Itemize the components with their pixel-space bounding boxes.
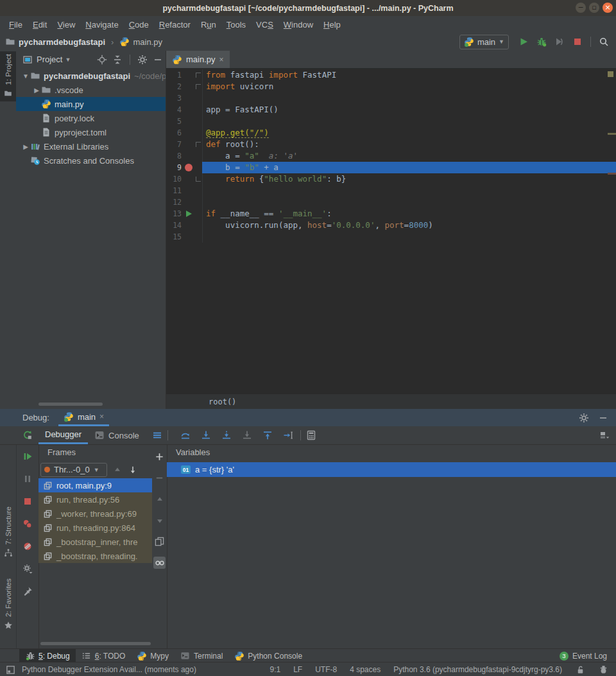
maximize-button[interactable]: ▫ bbox=[589, 3, 599, 13]
run-to-cursor-button[interactable] bbox=[281, 428, 295, 442]
project-horizontal-scrollbar[interactable] bbox=[38, 403, 103, 406]
toolwindow-button-5-debug[interactable]: 5: Debug bbox=[19, 649, 76, 663]
toolwindow-button-mypy[interactable]: Mypy bbox=[131, 649, 175, 663]
run-gutter[interactable] bbox=[183, 208, 194, 220]
frame-row[interactable]: _worker, thread.py:69 bbox=[38, 507, 152, 521]
menu-item-navigate[interactable]: Navigate bbox=[80, 20, 123, 30]
tree-expand-icon[interactable]: ▼ bbox=[21, 73, 30, 80]
previous-frame-icon[interactable] bbox=[112, 465, 123, 475]
file-encoding[interactable]: UTF-8 bbox=[315, 665, 337, 674]
step-over-button[interactable] bbox=[178, 428, 193, 442]
close-tab-icon[interactable]: × bbox=[219, 55, 224, 64]
frame-row[interactable]: _bootstrap, threading. bbox=[38, 549, 152, 563]
fold-end-icon[interactable] bbox=[196, 177, 201, 182]
menu-item-vcs[interactable]: VCS bbox=[251, 20, 278, 30]
debug-button[interactable] bbox=[535, 35, 549, 49]
locate-file-icon[interactable] bbox=[97, 55, 107, 65]
evaluate-expression-icon[interactable] bbox=[306, 430, 316, 440]
toolwindow-switcher-icon[interactable] bbox=[5, 664, 15, 675]
rerun-icon[interactable] bbox=[22, 430, 33, 440]
remove-watch-button[interactable] bbox=[153, 472, 166, 484]
variable-row[interactable]: 01a = {str} 'a' bbox=[167, 462, 616, 477]
resume-button[interactable] bbox=[21, 449, 35, 464]
tree-item-pyproject-toml[interactable]: pyproject.toml bbox=[16, 125, 166, 139]
chevron-down-icon[interactable]: ▼ bbox=[65, 56, 71, 63]
next-frame-icon[interactable] bbox=[128, 465, 138, 475]
breakpoint-icon[interactable] bbox=[185, 164, 193, 171]
close-session-icon[interactable]: × bbox=[99, 412, 104, 421]
editor-tab-main-py[interactable]: main.py × bbox=[166, 51, 230, 68]
menu-item-code[interactable]: Code bbox=[124, 20, 154, 30]
close-button[interactable]: × bbox=[603, 3, 613, 13]
fold-start-icon[interactable] bbox=[196, 84, 201, 89]
coverage-button[interactable] bbox=[552, 35, 567, 49]
layout-settings-icon[interactable] bbox=[599, 430, 610, 440]
tree-item-poetry-lock[interactable]: poetry.lock bbox=[16, 111, 166, 125]
breadcrumb-project[interactable]: pycharmdebugfastapi bbox=[19, 37, 105, 47]
stop-button[interactable] bbox=[570, 35, 585, 49]
move-watch-down-button[interactable] bbox=[153, 514, 166, 526]
view-breakpoints-button[interactable] bbox=[21, 517, 35, 531]
step-into-button[interactable] bbox=[199, 428, 213, 442]
toolwindow-button-terminal[interactable]: Terminal bbox=[175, 649, 228, 663]
menu-item-file[interactable]: File bbox=[4, 20, 28, 30]
threads-view-icon[interactable] bbox=[152, 430, 162, 440]
menu-item-window[interactable]: Window bbox=[278, 20, 318, 30]
editor-breadcrumb[interactable]: root() bbox=[166, 394, 616, 410]
gear-icon[interactable] bbox=[579, 413, 589, 423]
project-panel-title[interactable]: Project bbox=[37, 55, 62, 64]
frame-row[interactable]: _bootstrap_inner, thre bbox=[38, 535, 152, 549]
frames-horizontal-scrollbar[interactable] bbox=[40, 642, 151, 645]
indent-setting[interactable]: 4 spaces bbox=[350, 665, 381, 674]
fold-marker[interactable] bbox=[194, 139, 202, 150]
interpreter[interactable]: Python 3.6 (pycharmdebugfastapi-9cdjtyrg… bbox=[393, 665, 562, 674]
fold-start-icon[interactable] bbox=[196, 142, 201, 147]
highlighting-level-icon[interactable] bbox=[598, 664, 608, 675]
smart-step-into-button[interactable] bbox=[240, 428, 254, 442]
collapse-all-icon[interactable] bbox=[112, 55, 123, 65]
fold-marker[interactable] bbox=[194, 81, 202, 92]
hide-panel-icon[interactable] bbox=[598, 413, 608, 423]
pin-tab-button[interactable] bbox=[21, 584, 35, 598]
force-step-into-button[interactable] bbox=[219, 428, 234, 442]
menu-item-tools[interactable]: Tools bbox=[221, 20, 251, 30]
line-ending[interactable]: LF bbox=[293, 665, 302, 674]
search-everywhere-button[interactable] bbox=[597, 35, 611, 49]
tree-expand-icon[interactable]: ▶ bbox=[21, 143, 30, 150]
pause-button[interactable] bbox=[21, 472, 35, 486]
tree-item-scratches-and-consoles[interactable]: Scratches and Consoles bbox=[16, 153, 166, 168]
show-watches-button[interactable] bbox=[153, 557, 166, 569]
menu-item-run[interactable]: Run bbox=[196, 20, 221, 30]
event-log-button[interactable]: 3Event Log bbox=[560, 652, 616, 661]
sidebar-item-project[interactable]: 1: Project bbox=[0, 51, 16, 101]
hide-panel-icon[interactable] bbox=[153, 55, 163, 65]
code-area[interactable]: 1from fastapi import FastAPI2import uvic… bbox=[166, 68, 616, 395]
fold-marker[interactable] bbox=[194, 69, 202, 81]
fold-start-icon[interactable] bbox=[196, 73, 201, 78]
step-out-button[interactable] bbox=[261, 428, 275, 442]
duplicate-watch-button[interactable] bbox=[153, 535, 166, 548]
tree-item-main-py[interactable]: main.py bbox=[16, 97, 166, 111]
menu-item-refactor[interactable]: Refactor bbox=[154, 20, 196, 30]
breadcrumb-file[interactable]: main.py bbox=[133, 37, 162, 47]
frame-row[interactable]: root, main.py:9 bbox=[38, 478, 152, 492]
toolwindow-button-6-todo[interactable]: 6: TODO bbox=[76, 649, 132, 663]
warning-stripe-mark[interactable] bbox=[608, 133, 616, 135]
menu-item-help[interactable]: Help bbox=[318, 20, 346, 30]
frame-row[interactable]: run, thread.py:56 bbox=[38, 492, 152, 507]
tree-item--vscode[interactable]: ▶.vscode bbox=[16, 83, 166, 97]
tree-item-pycharmdebugfastapi[interactable]: ▼pycharmdebugfastapi~/code/pycharmdebugf… bbox=[16, 69, 166, 83]
settings-button[interactable] bbox=[21, 562, 35, 576]
debug-tab-debugger[interactable]: Debugger bbox=[38, 426, 88, 444]
debug-tab-console[interactable]: Console bbox=[88, 426, 146, 444]
thread-dropdown[interactable]: Thr...-0_0 ▼ bbox=[40, 463, 107, 477]
inspection-indicator[interactable] bbox=[608, 71, 613, 77]
tree-item-external-libraries[interactable]: ▶External Libraries bbox=[16, 139, 166, 153]
run-config-selector[interactable]: main ▼ bbox=[459, 35, 509, 49]
breakpoint-gutter[interactable] bbox=[183, 162, 194, 173]
stop-button[interactable] bbox=[21, 494, 35, 508]
add-watch-button[interactable] bbox=[153, 451, 166, 463]
run-button[interactable] bbox=[517, 35, 531, 49]
move-watch-up-button[interactable] bbox=[153, 493, 166, 505]
debug-session-tab[interactable]: main × bbox=[58, 409, 109, 426]
